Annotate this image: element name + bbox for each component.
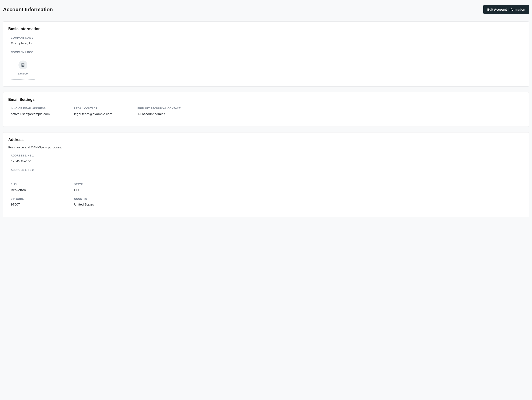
no-logo-text: No logo xyxy=(18,72,28,75)
svg-rect-0 xyxy=(22,63,24,66)
invoice-email-label: INVOICE EMAIL ADDRESS xyxy=(11,107,72,110)
zip-value: 97007 xyxy=(11,203,72,207)
can-spam-link[interactable]: CAN-Spam xyxy=(31,145,47,149)
svg-rect-5 xyxy=(23,65,23,66)
basic-information-card: Basic information COMPANY NAME Exampleco… xyxy=(3,21,529,87)
building-icon xyxy=(21,63,25,67)
city-value: Beaverton xyxy=(11,188,72,192)
address-description: For invoice and CAN-Spam purposes. xyxy=(8,145,524,149)
legal-contact-label: LEGAL CONTACT xyxy=(74,107,135,110)
company-name-label: COMPANY NAME xyxy=(11,36,524,39)
email-settings-title: Email Settings xyxy=(8,97,524,102)
country-label: COUNTRY xyxy=(74,197,135,200)
edit-account-button[interactable]: Edit Account Information xyxy=(483,5,529,14)
address-desc-prefix: For invoice and xyxy=(8,145,31,149)
address-title: Address xyxy=(8,138,524,142)
address-line1-value: 12345 fake st xyxy=(11,159,524,163)
address-line2-label: ADDRESS LINE 2 xyxy=(11,169,524,172)
state-label: STATE xyxy=(74,183,135,186)
address-desc-suffix: purposes. xyxy=(47,145,62,149)
legal-contact-value: legal.team@example.com xyxy=(74,112,135,116)
company-logo-label: COMPANY LOGO xyxy=(11,51,524,54)
company-logo-placeholder: No logo xyxy=(11,56,35,80)
state-value: OR xyxy=(74,188,135,192)
company-name-value: Exampleco, Inc. xyxy=(11,41,524,46)
primary-tech-label: PRIMARY TECHNICAL CONTACT xyxy=(138,107,198,110)
city-label: CITY xyxy=(11,183,72,186)
basic-info-title: Basic information xyxy=(8,27,524,31)
address-line2-value xyxy=(11,174,524,178)
primary-tech-value: All account admins xyxy=(138,112,198,116)
page-title: Account Information xyxy=(3,6,53,12)
country-value: United States xyxy=(74,203,135,207)
zip-label: ZIP CODE xyxy=(11,197,72,200)
email-settings-card: Email Settings INVOICE EMAIL ADDRESS act… xyxy=(3,92,529,127)
address-card: Address For invoice and CAN-Spam purpose… xyxy=(3,132,529,217)
building-icon-circle xyxy=(19,61,27,69)
address-line1-label: ADDRESS LINE 1 xyxy=(11,154,524,157)
invoice-email-value: active.user@example.com xyxy=(11,112,72,116)
